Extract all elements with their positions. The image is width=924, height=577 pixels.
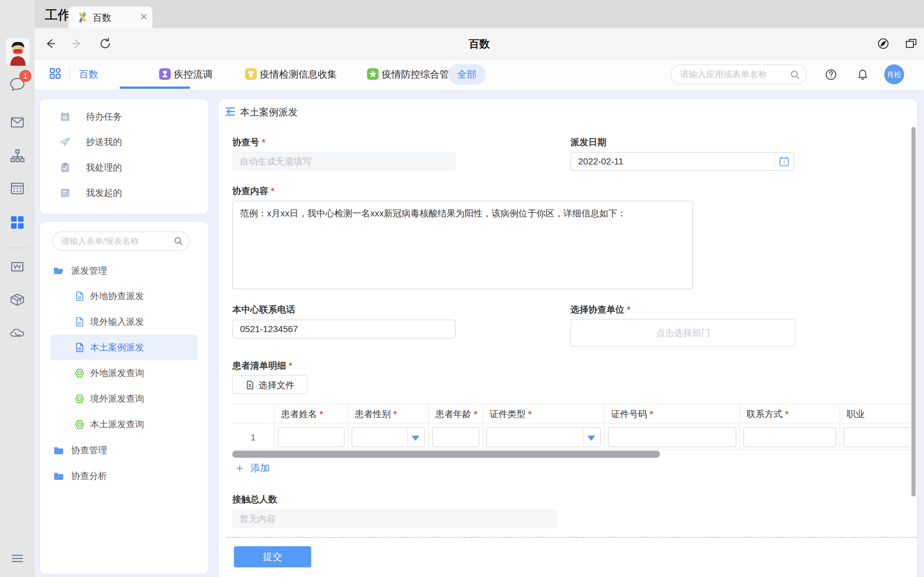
active-document-tab[interactable]: 百数 ✕ (68, 6, 152, 28)
form-vertical-scrollbar[interactable] (911, 127, 916, 496)
rail-divider (5, 247, 29, 248)
required-marker: * (627, 305, 630, 314)
tree-item-waidi-query[interactable]: 外地派发查询 (40, 360, 208, 386)
dropdown-arrow-icon[interactable] (412, 436, 419, 441)
plus-icon: ＋ (234, 461, 245, 475)
sidebar-item-todo[interactable]: 待办任务 (40, 105, 208, 128)
patient-gender-select[interactable] (352, 427, 425, 447)
all-apps-pill[interactable]: 全部 (448, 64, 486, 85)
active-tab-underline (120, 87, 190, 89)
tree-search-box[interactable] (52, 231, 190, 251)
submit-button[interactable]: 提交 (234, 546, 311, 567)
hamburger-menu-icon[interactable] (9, 550, 26, 567)
cube-icon[interactable] (9, 292, 26, 308)
tree-label: 境外派发查询 (90, 386, 144, 412)
notification-bell-icon[interactable] (856, 68, 869, 81)
app-search-box[interactable] (670, 64, 806, 84)
paper-plane-icon (59, 136, 71, 148)
w-docs-icon[interactable] (9, 258, 26, 275)
cert-type-select[interactable] (486, 427, 601, 447)
window-tab-strip: 工作台 百数 ✕ (35, 0, 924, 28)
sidebar-item-initiated[interactable]: 我发起的 (40, 181, 208, 205)
tree-item-bentu-anli-selected[interactable]: 本土案例派发 (50, 335, 198, 360)
tree-search-input[interactable] (61, 232, 167, 250)
tree-item-jingwai-query[interactable]: 境外派发查询 (40, 386, 208, 412)
tab-close-icon[interactable]: ✕ (140, 6, 148, 28)
assist-content-textarea[interactable]: 范例：x月xx日，我中心检测一名xxx新冠病毒核酸结果为阳性，该病例位于你区，详… (232, 201, 693, 289)
query-gear-icon (74, 367, 85, 379)
sidebar-item-cc[interactable]: 抄送我的 (40, 131, 208, 153)
form-card: 本土案例派发 协查号* 派发日期 7 (219, 99, 917, 577)
app-label: 疫情防控综合管理 (382, 59, 459, 89)
add-row-button[interactable]: ＋ 添加 (234, 461, 270, 476)
dropdown-arrow-icon[interactable] (588, 436, 595, 441)
select-department-box[interactable]: 点击选择部门 (570, 319, 796, 347)
apps-grid-icon[interactable] (49, 67, 61, 80)
contact-input[interactable] (743, 427, 837, 447)
sidebar-item-label: 抄送我的 (86, 131, 122, 153)
patient-age-input[interactable] (432, 427, 479, 447)
select-divider (407, 429, 408, 445)
patient-table: 患者姓名* 患者性别* 患者年龄* 证件类型* 证件号码* 联系方式* 职业 1 (232, 404, 911, 450)
user-avatar[interactable]: 肖松 (884, 64, 904, 84)
col-cert-no: 证件号码* (605, 405, 740, 423)
org-chart-icon[interactable] (9, 148, 26, 164)
page-title: 百数 (35, 28, 924, 59)
form-doc-icon (74, 291, 85, 301)
calendar-picker-icon[interactable]: 7 (779, 156, 790, 167)
col-rownum (232, 405, 275, 423)
form-header: 本土案例派发 (219, 99, 917, 124)
calendar-apps-icon[interactable] (9, 180, 26, 197)
tree-label: 本土案例派发 (90, 335, 144, 360)
tree-label: 外地派发查询 (90, 360, 144, 386)
tree-folder-xiecha-mgmt[interactable]: 协查管理 (40, 438, 208, 463)
search-icon[interactable] (174, 236, 183, 246)
mail-icon[interactable] (9, 114, 26, 131)
tree-folder-xiecha-analysis[interactable]: 协查分析 (40, 463, 208, 489)
tree-label: 协查分析 (71, 463, 107, 489)
field-label-center-phone: 本中心联系电话 (232, 303, 295, 316)
collapse-panel-icon[interactable] (225, 106, 236, 117)
dispatch-date-field[interactable]: 7 (570, 152, 795, 171)
select-divider (583, 429, 583, 445)
occupation-input[interactable] (843, 427, 911, 447)
form-doc-icon (74, 316, 85, 327)
sidebar-item-label: 待办任务 (86, 105, 122, 128)
case-no-input[interactable] (232, 152, 456, 171)
user-photo-avatar[interactable] (5, 38, 30, 66)
table-horizontal-scrollbar[interactable] (232, 451, 660, 458)
contact-total-input[interactable] (232, 509, 557, 528)
tree-folder-dispatch-mgmt[interactable]: 派发管理 (40, 258, 208, 284)
sidebar-item-processed[interactable]: 我处理的 (40, 156, 208, 179)
app-icon-green (367, 68, 379, 80)
col-occupation: 职业 (840, 405, 911, 423)
app-rail: 1 (0, 0, 35, 577)
search-icon[interactable] (790, 69, 800, 80)
open-in-window-icon[interactable] (905, 37, 918, 50)
tree-item-waidi-xiecha[interactable]: 外地协查派发 (40, 284, 208, 309)
tree-label: 协查管理 (71, 438, 107, 463)
baishu-logo-icon (76, 11, 88, 23)
app-search-input[interactable] (680, 65, 786, 84)
patient-table-row: 1 (232, 424, 911, 450)
tree-item-bentu-query[interactable]: 本土派发查询 (40, 412, 208, 437)
row-number: 1 (232, 424, 275, 450)
nav-divider (69, 68, 70, 79)
patient-name-input[interactable] (278, 427, 344, 447)
app-icon-yellow (245, 68, 257, 80)
help-icon[interactable] (825, 68, 837, 81)
center-phone-input[interactable] (232, 319, 456, 338)
cloud-call-icon[interactable] (9, 324, 26, 341)
dispatch-date-input[interactable] (571, 153, 773, 170)
field-label-content: 协查内容* (232, 185, 274, 197)
nav-home-baishu[interactable]: 百数 (79, 59, 98, 89)
field-label-unit: 选择协查单位* (570, 303, 630, 316)
workbench-apps-icon[interactable] (9, 214, 26, 231)
cert-no-input[interactable] (608, 427, 736, 447)
choose-file-button[interactable]: 选择文件 (232, 375, 308, 394)
field-label-contact-total: 接触总人数 (232, 493, 277, 506)
discover-compass-icon[interactable] (877, 37, 890, 50)
tree-item-jingwai-shuru[interactable]: 境外输入派发 (40, 309, 208, 335)
sidebar-item-label: 我处理的 (86, 156, 122, 179)
col-cert-type: 证件类型* (483, 405, 605, 423)
